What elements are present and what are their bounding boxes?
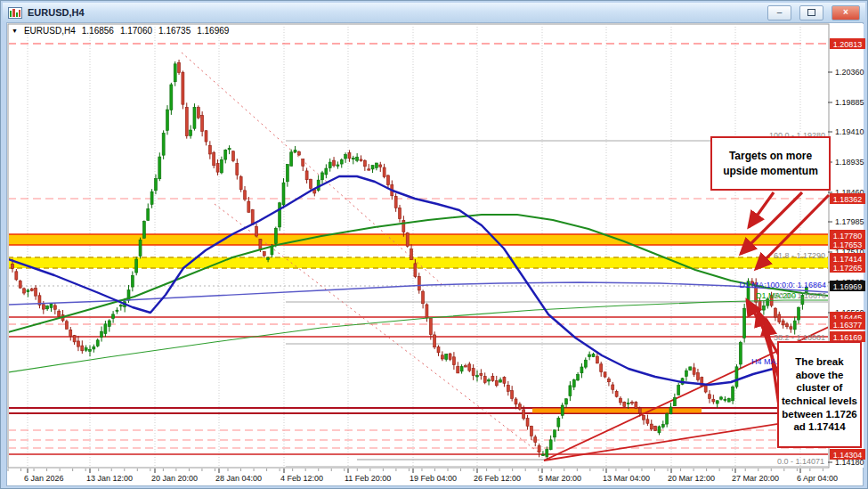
restore-icon xyxy=(807,9,815,16)
symbol-dropdown-icon[interactable]: ▼ xyxy=(12,28,18,34)
annotation-targets-box[interactable]: Targets on more upside momentum xyxy=(710,136,831,191)
info-low: 1.16735 xyxy=(158,26,191,36)
restore-button[interactable] xyxy=(799,5,823,20)
ohlc-info-bar: ▼ EURUSD,H4 1.16856 1.17060 1.16735 1.16… xyxy=(12,26,229,36)
info-symbol: EURUSD,H4 xyxy=(24,26,76,36)
close-button[interactable]: × xyxy=(831,5,860,20)
chart-window-icon[interactable] xyxy=(8,7,22,19)
annotation-break-box[interactable]: The break above the cluster of technical… xyxy=(777,341,862,448)
info-open: 1.16856 xyxy=(82,26,114,36)
info-high: 1.17060 xyxy=(120,26,152,36)
window-title: EURUSD,H4 xyxy=(28,7,759,18)
chart-area[interactable] xyxy=(6,22,864,486)
title-bar[interactable]: EURUSD,H4 – × xyxy=(3,3,865,22)
mt-chart-window: EURUSD,H4 – × ▼ EURUSD,H4 1.16856 1.1706… xyxy=(0,0,868,489)
minimize-button[interactable]: – xyxy=(767,5,791,20)
info-close: 1.16969 xyxy=(197,26,229,36)
